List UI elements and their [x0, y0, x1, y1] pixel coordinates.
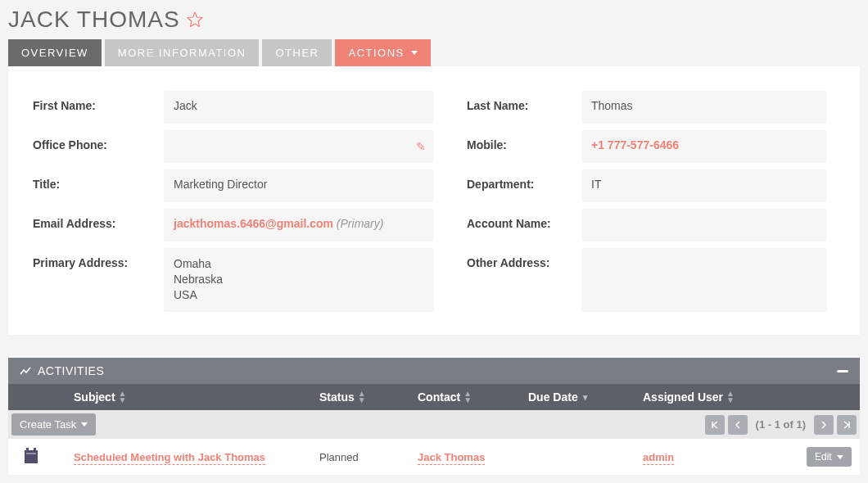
primary-address-label: Primary Address: [33, 248, 164, 269]
row-status: Planned [319, 451, 418, 463]
title-label: Title: [33, 169, 164, 191]
other-address-label: Other Address: [467, 248, 581, 269]
tab-overview[interactable]: OVERVIEW [8, 39, 102, 66]
page-title-text: JACK THOMAS [8, 7, 180, 33]
create-task-button[interactable]: Create Task [11, 413, 96, 436]
overview-panel: First Name: Jack Last Name: Thomas Offic… [8, 66, 860, 335]
col-subject[interactable]: Subject ▲▼ [74, 390, 319, 404]
other-address-value[interactable] [581, 248, 827, 312]
first-name-label: First Name: [33, 91, 164, 112]
col-status[interactable]: Status ▲▼ [319, 390, 418, 404]
col-assigned-user[interactable]: Assigned User ▲▼ [643, 390, 807, 404]
email-value[interactable]: jackthomas.6466@gmail.com (Primary) [164, 209, 434, 242]
addr-city: Omaha [174, 256, 424, 272]
page-first-button[interactable] [705, 415, 725, 435]
collapse-icon[interactable] [837, 370, 848, 372]
pagination: (1 - 1 of 1) [705, 415, 857, 435]
addr-state: Nebraska [174, 272, 424, 287]
row-assigned-user-link[interactable]: admin [643, 451, 674, 465]
page-indicator: (1 - 1 of 1) [751, 418, 811, 431]
activities-title: ACTIVITIES [38, 364, 104, 377]
activities-header[interactable]: ACTIVITIES [8, 358, 860, 384]
table-row: Scheduled Meeting with Jack Thomas Plann… [8, 439, 860, 475]
caret-down-icon [411, 51, 418, 55]
activities-toolbar: Create Task (1 - 1 of 1) [8, 410, 860, 439]
email-label: Email Address: [33, 209, 164, 230]
sort-icon: ▲▼ [726, 390, 735, 404]
sort-icon: ▲▼ [358, 390, 366, 404]
calendar-icon [25, 450, 38, 463]
tab-actions[interactable]: ACTIONS [335, 39, 430, 66]
department-label: Department: [467, 169, 581, 191]
tab-actions-label: ACTIONS [348, 47, 404, 59]
mobile-label: Mobile: [467, 130, 581, 151]
email-primary-tag: (Primary) [337, 217, 384, 230]
caret-down-icon [81, 422, 88, 427]
email-link[interactable]: jackthomas.6466@gmail.com [174, 217, 333, 230]
page-title: JACK THOMAS [0, 0, 868, 36]
sort-down-icon: ▼ [581, 393, 590, 402]
activities-section: ACTIVITIES Subject ▲▼ Status ▲▼ Contact … [8, 358, 860, 475]
star-icon[interactable] [185, 10, 205, 29]
tab-more-information[interactable]: MORE INFORMATION [105, 39, 260, 66]
title-value[interactable]: Marketing Director [164, 169, 434, 202]
last-name-label: Last Name: [467, 91, 581, 112]
col-due-date[interactable]: Due Date ▼ [528, 390, 643, 404]
sort-icon: ▲▼ [463, 390, 472, 404]
activities-icon [20, 365, 31, 377]
caret-down-icon [837, 455, 843, 459]
office-phone-label: Office Phone: [33, 130, 164, 151]
activities-columns: Subject ▲▼ Status ▲▼ Contact ▲▼ Due Date… [8, 384, 860, 410]
pencil-icon[interactable]: ✎ [416, 140, 426, 153]
page-last-button[interactable] [837, 415, 857, 435]
tab-bar: OVERVIEW MORE INFORMATION OTHER ACTIONS [0, 36, 868, 66]
tab-other[interactable]: OTHER [262, 39, 332, 66]
page-next-button[interactable] [814, 415, 834, 435]
col-contact[interactable]: Contact ▲▼ [418, 390, 528, 404]
account-value[interactable] [581, 209, 827, 242]
row-contact-link[interactable]: Jack Thomas [418, 451, 485, 465]
primary-address-value[interactable]: Omaha Nebraska USA [164, 248, 434, 312]
row-subject-link[interactable]: Scheduled Meeting with Jack Thomas [74, 451, 265, 465]
office-phone-value[interactable]: ✎ [164, 130, 434, 163]
sort-icon: ▲▼ [119, 390, 127, 404]
first-name-value[interactable]: Jack [164, 91, 434, 124]
department-value[interactable]: IT [581, 169, 827, 202]
addr-country: USA [174, 287, 424, 303]
page-prev-button[interactable] [728, 415, 748, 435]
last-name-value[interactable]: Thomas [581, 91, 827, 124]
fields-grid: First Name: Jack Last Name: Thomas Offic… [33, 91, 835, 312]
edit-button[interactable]: Edit [807, 447, 852, 467]
account-label: Account Name: [467, 209, 581, 230]
mobile-value[interactable]: +1 777-577-6466 [581, 130, 827, 163]
